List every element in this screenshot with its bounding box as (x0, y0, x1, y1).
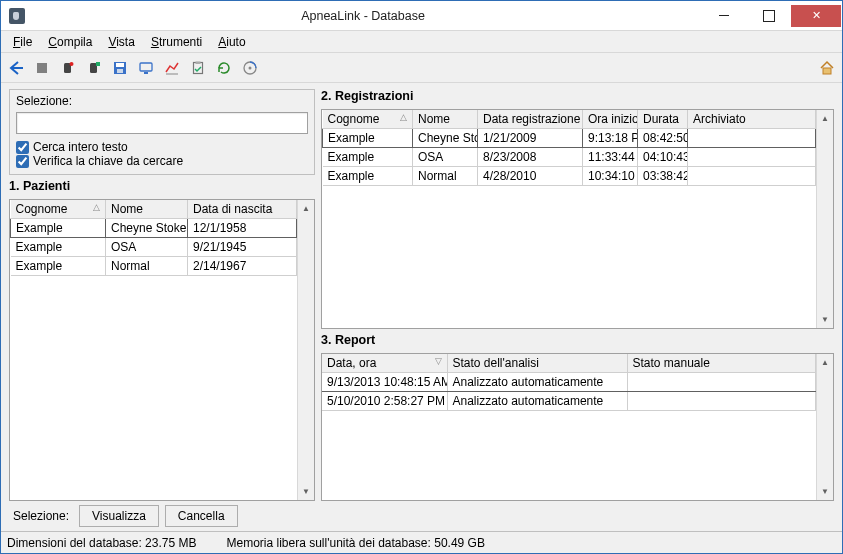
scrollbar[interactable]: ▲ ▼ (297, 200, 314, 500)
menu-strumenti[interactable]: Strumenti (144, 33, 209, 51)
reg-col-arch[interactable]: Archiviato (688, 110, 816, 129)
pat-col-nome[interactable]: Nome (106, 200, 188, 219)
pazienti-grid: Cognome△ Nome Data di nascita ExampleChe… (9, 199, 315, 501)
menu-vista[interactable]: Vista (101, 33, 141, 51)
table-row[interactable]: ExampleCheyne Sto1/21/20099:13:18 P08:42… (323, 129, 816, 148)
table-row[interactable]: ExampleNormal4/28/201010:34:1003:38:42 (323, 167, 816, 186)
clipboard-icon[interactable] (188, 58, 208, 78)
back-icon[interactable] (6, 58, 26, 78)
pazienti-heading: 1. Pazienti (9, 179, 315, 193)
svg-rect-8 (140, 63, 152, 71)
refresh-icon[interactable] (214, 58, 234, 78)
command-row: Selezione: Visualizza Cancella (9, 505, 834, 527)
scroll-down-icon[interactable]: ▼ (298, 483, 314, 500)
scroll-up-icon[interactable]: ▲ (817, 110, 833, 127)
selection-group: Selezione: Cerca intero testo Verifica l… (9, 89, 315, 175)
svg-rect-0 (37, 63, 47, 73)
registrazioni-grid: Cognome△ Nome Data registrazione Ora ini… (321, 109, 834, 329)
table-row[interactable]: ExampleOSA8/23/200811:33:4404:10:43 (323, 148, 816, 167)
stop-icon[interactable] (32, 58, 52, 78)
svg-rect-6 (116, 63, 124, 67)
menu-aiuto[interactable]: Aiuto (211, 33, 252, 51)
rep-col-stato[interactable]: Stato dell'analisi (447, 354, 627, 373)
chk-intero[interactable] (16, 141, 29, 154)
svg-point-2 (70, 62, 74, 66)
reg-col-cognome[interactable]: Cognome△ (323, 110, 413, 129)
chk-chiave-label: Verifica la chiave da cercare (33, 154, 183, 168)
menu-strumenti-label: trumenti (159, 35, 202, 49)
rep-col-manuale[interactable]: Stato manuale (627, 354, 816, 373)
statusbar: Dimensioni del database: 23.75 MB Memori… (1, 531, 842, 553)
pat-col-nascita[interactable]: Data di nascita (188, 200, 297, 219)
scroll-up-icon[interactable]: ▲ (817, 354, 833, 371)
monitor-icon[interactable] (136, 58, 156, 78)
menu-vista-label: ista (116, 35, 135, 49)
svg-rect-3 (90, 63, 97, 73)
titlebar: ApneaLink - Database (1, 1, 842, 31)
window-title: ApneaLink - Database (25, 9, 701, 23)
maximize-button[interactable] (746, 5, 791, 27)
table-row[interactable]: ExampleNormal2/14/1967 (11, 257, 297, 276)
chk-intero-row[interactable]: Cerca intero testo (16, 140, 308, 154)
selection-bottom-label: Selezione: (13, 509, 69, 523)
svg-rect-11 (194, 62, 203, 73)
menu-file[interactable]: File (6, 33, 39, 51)
table-row[interactable]: 9/13/2013 10:48:15 AMAnalizzato automati… (322, 373, 816, 392)
table-row[interactable]: 5/10/2010 2:58:27 PMAnalizzato automatic… (322, 392, 816, 411)
table-row[interactable]: ExampleOSA9/21/1945 (11, 238, 297, 257)
report-grid: Data, ora▽ Stato dell'analisi Stato manu… (321, 353, 834, 501)
chk-chiave[interactable] (16, 155, 29, 168)
chk-intero-label: Cerca intero testo (33, 140, 128, 154)
svg-rect-9 (144, 72, 148, 74)
scrollbar[interactable]: ▲ ▼ (816, 354, 833, 500)
menubar: File Compila Vista Strumenti Aiuto (1, 31, 842, 53)
rep-col-data[interactable]: Data, ora▽ (322, 354, 447, 373)
menu-compila-label: ompila (57, 35, 92, 49)
window: ApneaLink - Database File Compila Vista … (0, 0, 843, 554)
svg-rect-15 (823, 68, 831, 74)
visualizza-button[interactable]: Visualizza (79, 505, 159, 527)
pat-col-cognome[interactable]: Cognome△ (11, 200, 106, 219)
svg-point-14 (249, 66, 252, 69)
chk-chiave-row[interactable]: Verifica la chiave da cercare (16, 154, 308, 168)
toolbar (1, 53, 842, 83)
reg-col-nome[interactable]: Nome (413, 110, 478, 129)
registrazioni-heading: 2. Registrazioni (321, 89, 834, 103)
scrollbar[interactable]: ▲ ▼ (816, 110, 833, 328)
cancella-button[interactable]: Cancella (165, 505, 238, 527)
scroll-up-icon[interactable]: ▲ (298, 200, 314, 217)
menu-file-label: ile (20, 35, 32, 49)
db-free-cell: Memoria libera sull'unità dei database: … (226, 536, 484, 550)
search-input[interactable] (16, 112, 308, 134)
window-buttons (701, 5, 841, 27)
svg-rect-12 (196, 61, 201, 64)
reg-col-durata[interactable]: Durata (638, 110, 688, 129)
report-heading: 3. Report (321, 333, 834, 347)
scroll-down-icon[interactable]: ▼ (817, 483, 833, 500)
svg-rect-4 (96, 62, 100, 66)
reg-col-data[interactable]: Data registrazione (478, 110, 583, 129)
menu-aiuto-label: iuto (226, 35, 245, 49)
chart-icon[interactable] (162, 58, 182, 78)
reg-col-ora[interactable]: Ora inizio (583, 110, 638, 129)
home-icon[interactable] (817, 58, 837, 78)
client-area: Selezione: Cerca intero testo Verifica l… (1, 83, 842, 531)
save-icon[interactable] (110, 58, 130, 78)
selection-label: Selezione: (16, 94, 308, 108)
scroll-down-icon[interactable]: ▼ (817, 311, 833, 328)
disc-icon[interactable] (240, 58, 260, 78)
minimize-button[interactable] (701, 5, 746, 27)
device2-icon[interactable] (84, 58, 104, 78)
db-size-cell: Dimensioni del database: 23.75 MB (7, 536, 196, 550)
menu-compila[interactable]: Compila (41, 33, 99, 51)
close-button[interactable] (791, 5, 841, 27)
table-row[interactable]: ExampleCheyne Stokes12/1/1958 (11, 219, 297, 238)
app-icon (9, 8, 25, 24)
device-icon[interactable] (58, 58, 78, 78)
svg-rect-7 (117, 69, 123, 73)
